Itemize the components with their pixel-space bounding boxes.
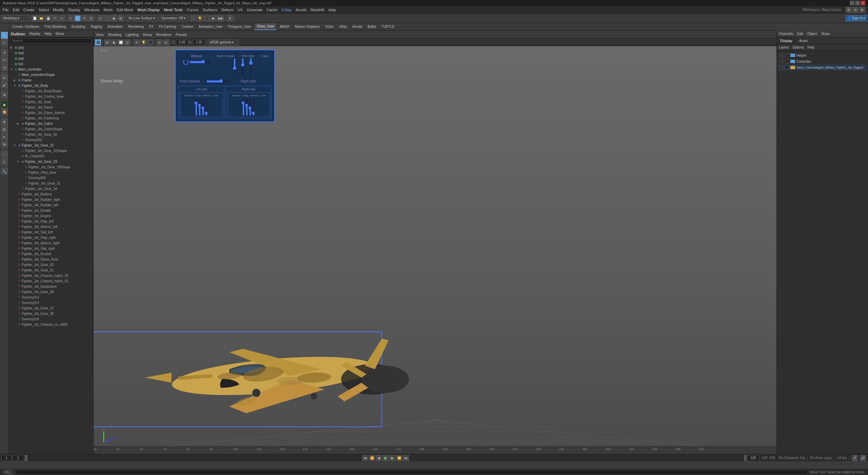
tab-mash[interactable]: MASH — [278, 23, 292, 30]
outliner-item-main-controller-shape[interactable]: ⬡ Main_controllerShape — [9, 72, 93, 77]
viewport-renderer-menu[interactable]: Renderer — [156, 33, 172, 37]
jet-visibility[interactable]: V — [780, 65, 784, 70]
back-chassis-slider[interactable] — [234, 58, 235, 75]
outliner-item-plat[interactable]: ▣ plat — [9, 56, 93, 61]
menu-item-edit[interactable]: Edit — [13, 8, 19, 12]
playback-start-input[interactable] — [1, 455, 12, 461]
mode-dropdown[interactable]: Modeling ▾ — [1, 15, 28, 21]
open-btn[interactable]: 📂 — [38, 15, 44, 21]
scale-tool-btn[interactable]: ⊡ — [88, 15, 94, 21]
outliner-help-menu[interactable]: Help — [44, 32, 52, 36]
tab-vray[interactable]: vRay — [337, 23, 349, 30]
tab-poly-modeling[interactable]: Poly Modeling — [42, 23, 68, 30]
tab-custom[interactable]: Custom — [179, 23, 195, 30]
outliner-item-dummy002[interactable]: + Dummy002 — [9, 137, 93, 142]
outliner-item-dummy012[interactable]: + Dummy012 — [9, 294, 93, 300]
graph-editor-btn[interactable]: ~/ — [1, 151, 8, 157]
tab-arnold[interactable]: Arnold — [350, 23, 364, 30]
menu-item-cache[interactable]: Cache — [267, 8, 277, 12]
rig-control-panel[interactable]: Wheels Back chassis Pilot door — [175, 50, 275, 122]
vp-wireframe-btn[interactable]: ⊞ — [104, 39, 110, 45]
scale-tool-left[interactable]: ⊡ — [1, 64, 8, 71]
play-btn[interactable]: ▶ — [382, 455, 389, 461]
render-btn[interactable]: ▶ — [211, 15, 217, 21]
vp-smooth-btn[interactable]: ◉ — [111, 39, 117, 45]
outliner-item-equipment[interactable]: ✕ Fighter_Jet_Equipment — [9, 284, 93, 289]
helper-playback[interactable] — [785, 53, 789, 57]
tab-animation[interactable]: Animation — [105, 23, 124, 30]
outliner-item-chassis-nc[interactable]: ✕ Fighter_Jet_Chassis_nc_n000 — [9, 322, 93, 327]
outliner-item-glass-front[interactable]: ✕ Fighter_Jet_Glass_front — [9, 256, 93, 262]
menu-item-mesh-display[interactable]: Mesh Display — [137, 8, 160, 12]
current-frame-input[interactable] — [12, 455, 24, 461]
outliner-item-engine[interactable]: ✕ Fighter_Jet_Engine — [9, 213, 93, 218]
outliner-item-details[interactable]: ✕ Fighter_Jet_Details — [9, 208, 93, 213]
paint-weights[interactable]: 🎨 — [1, 109, 8, 115]
new-btn[interactable]: 📄 — [32, 15, 38, 21]
options-subtab[interactable]: Options — [792, 45, 804, 49]
right-aileron-slider[interactable] — [250, 98, 251, 115]
menu-item-create[interactable]: Create — [23, 8, 35, 12]
tab-rendering[interactable]: Rendering — [126, 23, 146, 30]
right-rudder-slider[interactable] — [243, 98, 244, 115]
refresh-btn[interactable]: ↺ — [852, 455, 858, 461]
tab-xgen-user[interactable]: XGen_User — [255, 23, 276, 30]
minimize-btn[interactable]: ─ — [850, 1, 854, 5]
menu-item-vray[interactable]: V-Ray — [281, 8, 292, 12]
outliner-item-dummy016[interactable]: + Dummy016 — [9, 316, 93, 322]
display-tab[interactable]: Display — [777, 37, 796, 44]
rotate-tool-btn[interactable]: ↻ — [81, 15, 87, 21]
audio-btn[interactable]: 🔊 — [860, 455, 866, 461]
viewport-show-menu[interactable]: Show — [143, 33, 152, 37]
layer-jet-model[interactable]: V Sand_Camouflaged_Military_Fighter_Jet_… — [778, 64, 867, 71]
outliner-item-ik-chain[interactable]: IK IK_Chain001 — [9, 153, 93, 159]
channels-show-menu[interactable]: Show — [821, 32, 829, 36]
outliner-item-chassis-hatch-02[interactable]: ✕ Fighter_Jet_Chassis_hatch_02 — [9, 273, 93, 278]
outliner-item-bodyshape[interactable]: ✕ Fighter_Jet_BodyShape — [9, 88, 93, 94]
tab-turtle[interactable]: TURTLE — [379, 23, 397, 30]
viewport-view-menu[interactable]: View — [96, 33, 104, 37]
range-start-marker[interactable] — [25, 455, 27, 461]
menu-item-modify[interactable]: Modify — [53, 8, 64, 12]
vp-camera-btn[interactable]: 🎥 — [95, 39, 101, 45]
tab-animation-user[interactable]: Animation_User — [197, 23, 225, 30]
menu-item-help[interactable]: Help — [328, 8, 336, 12]
menu-item-uv[interactable]: UV — [238, 8, 243, 12]
viewport-panels-menu[interactable]: Panels — [176, 33, 187, 37]
layer-controller[interactable]: V Controller — [778, 58, 867, 64]
outliner-search-input[interactable] — [10, 38, 92, 44]
gamma-input[interactable] — [193, 40, 205, 45]
left-flap-slider[interactable] — [199, 98, 200, 115]
outliner-item-gear-29[interactable]: ▼ ◈ Fighter_Jet_Gear_29 — [9, 159, 93, 164]
menu-item-mesh-tools[interactable]: Mesh Tools — [164, 8, 182, 12]
go-to-start-btn[interactable]: ⏮ — [362, 455, 368, 461]
move-tool-left[interactable]: ✛ — [1, 49, 8, 56]
range-end-marker[interactable] — [744, 455, 747, 461]
render-region-btn[interactable]: ⬛ — [204, 15, 210, 21]
outliner-display-menu[interactable]: Display — [29, 32, 40, 36]
render-seq-btn[interactable]: ▶▶ — [217, 15, 224, 21]
soft-mod-tool[interactable]: ◎ — [1, 74, 8, 81]
caps-slider[interactable] — [250, 58, 252, 75]
pilot-door-slider[interactable] — [242, 58, 243, 75]
tab-polygons-user[interactable]: Polygons_User — [226, 23, 253, 30]
outliner-search-bar[interactable] — [9, 37, 93, 45]
left-rudder-slider[interactable] — [196, 98, 197, 115]
menu-item-file[interactable]: File — [3, 8, 9, 12]
outliner-item-gear-39[interactable]: ✕ Fighter_Jet_Gear_39 — [9, 289, 93, 294]
outliner-item-aileron-left[interactable]: ✕ Fighter_Jet_Aileron_left — [9, 224, 93, 229]
menu-item-generate[interactable]: Generate — [247, 8, 262, 12]
tab-rigging[interactable]: Rigging — [88, 23, 104, 30]
prev-key-btn[interactable]: ⏪ — [369, 455, 375, 461]
timeline[interactable]: 1 10 20 30 40 50 60 70 80 90 100 110 120… — [0, 446, 776, 454]
outliner-item-dummy014[interactable]: + Dummy014 — [9, 300, 93, 305]
render-settings-btn[interactable]: 🔧 — [1, 168, 8, 175]
next-key-btn[interactable]: ⏩ — [396, 455, 402, 461]
maximize-btn[interactable]: □ — [855, 1, 860, 5]
vp-flat-btn[interactable]: ⬜ — [118, 39, 124, 45]
tab-bullet[interactable]: Bullet — [366, 23, 378, 30]
viewport-canvas[interactable]: front Show Help — [94, 46, 776, 454]
command-line[interactable] — [16, 470, 807, 475]
outliner-item-gear-34[interactable]: ✕ Fighter_Jet_Gear_34 — [9, 186, 93, 191]
outliner-item-slat-right[interactable]: ✕ Fighter_Jet_Slat_right — [9, 246, 93, 251]
